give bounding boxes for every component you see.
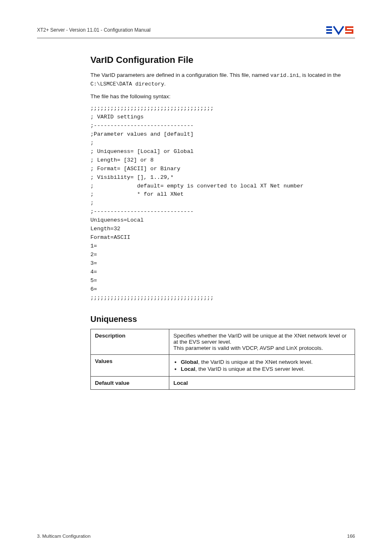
config-file-code: ;;;;;;;;;;;;;;;;;;;;;;;;;;;;;;;;;;;;; ; … bbox=[90, 104, 355, 302]
row-label-description: Description bbox=[91, 329, 169, 355]
intro-paragraph: The VarID parameters are defined in a co… bbox=[90, 71, 355, 88]
list-item: Local, the VarID is unique at the EVS se… bbox=[181, 366, 350, 372]
footer-section: 3. Multicam Configuration bbox=[37, 534, 90, 539]
value-local-rest: , the VarID is unique at the EVS server … bbox=[195, 366, 304, 372]
page: XT2+ Server - Version 11.01 - Configurat… bbox=[0, 0, 392, 555]
evs-logo bbox=[326, 25, 355, 35]
intro-text-mid: , is located in the bbox=[299, 72, 341, 78]
table-row: Values Global, the VarID is unique at th… bbox=[91, 355, 355, 377]
row-value-default: Local bbox=[169, 377, 355, 390]
svg-rect-2 bbox=[326, 32, 332, 34]
value-local-keyword: Local bbox=[181, 366, 195, 372]
doc-title: XT2+ Server - Version 11.01 - Configurat… bbox=[37, 27, 150, 33]
svg-rect-1 bbox=[326, 29, 332, 31]
page-footer: 3. Multicam Configuration 166 bbox=[37, 534, 355, 539]
intro-text-pre: The VarID parameters are defined in a co… bbox=[90, 72, 270, 78]
row-value-description: Specifies whether the VarID will be uniq… bbox=[169, 329, 355, 355]
value-global-rest: , the VarID is unique at the XNet networ… bbox=[198, 359, 313, 365]
evs-logo-icon bbox=[326, 25, 355, 35]
syntax-intro: The file has the following syntax: bbox=[90, 92, 355, 101]
page-header: XT2+ Server - Version 11.01 - Configurat… bbox=[37, 25, 355, 38]
svg-rect-7 bbox=[345, 32, 353, 34]
values-list: Global, the VarID is unique at the XNet … bbox=[173, 359, 350, 372]
default-value-text: Local bbox=[173, 380, 188, 386]
section-title-varid-file: VarID Configuration File bbox=[90, 55, 355, 65]
list-item: Global, the VarID is unique at the XNet … bbox=[181, 359, 350, 365]
inline-code-path: C:\LSMCE\DATA directory bbox=[90, 81, 164, 87]
section-title-uniqueness: Uniqueness bbox=[90, 314, 355, 324]
table-row: Default value Local bbox=[91, 377, 355, 390]
footer-page-number: 166 bbox=[347, 534, 355, 539]
inline-code-filename: varid.ini bbox=[270, 72, 299, 79]
value-global-keyword: Global bbox=[181, 359, 198, 365]
svg-rect-0 bbox=[326, 26, 332, 28]
row-value-values: Global, the VarID is unique at the XNet … bbox=[169, 355, 355, 377]
table-row: Description Specifies whether the VarID … bbox=[91, 329, 355, 355]
intro-text-post: . bbox=[164, 81, 166, 87]
row-label-default: Default value bbox=[91, 377, 169, 390]
row-label-values: Values bbox=[91, 355, 169, 377]
content-area: VarID Configuration File The VarID param… bbox=[90, 55, 355, 390]
param-table: Description Specifies whether the VarID … bbox=[90, 329, 355, 390]
